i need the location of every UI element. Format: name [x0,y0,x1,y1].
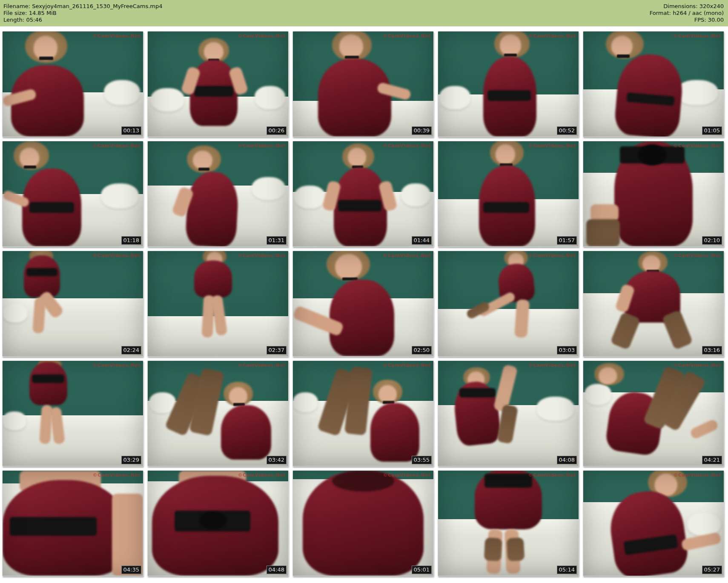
dimensions-line: Dimensions: 320x240 [650,3,724,10]
choker-shape [617,54,630,57]
dress-shape [185,171,240,247]
video-thumbnail: ©CamVideos.Net00:52 [438,31,579,137]
timestamp-badge: 01:44 [412,236,432,245]
video-thumbnail: ©CamVideos.Net03:55 [292,360,434,466]
video-thumbnail: ©CamVideos.Net03:42 [147,360,289,466]
video-thumbnail: ©CamVideos.Net01:18 [2,141,143,247]
filename-label: Filename: [3,3,30,9]
video-thumbnail: ©CamVideos.Net01:31 [147,141,289,247]
timestamp-badge: 02:50 [412,346,432,354]
watermark-text: ©CamVideos.Net [238,143,286,149]
video-thumbnail: ©CamVideos.Net02:37 [147,251,289,357]
length-value: 05:46 [26,17,42,23]
sash-shape [29,202,75,213]
timestamp-badge: 03:03 [557,346,577,354]
stocking-shape [586,219,620,246]
watermark-text: ©CamVideos.Net [383,363,431,368]
timestamp-badge: 02:24 [121,346,141,354]
video-thumbnail: ©CamVideos.Net00:13 [2,31,143,137]
bowknot-shape [638,144,666,165]
dress-shape [330,280,394,356]
timestamp-badge: 03:55 [412,456,432,464]
watermark-text: ©CamVideos.Net [528,33,576,39]
sash-shape [26,268,57,277]
watermark-text: ©CamVideos.Net [238,33,286,39]
sash-shape [484,474,532,487]
video-thumbnail: ©CamVideos.Net03:03 [438,251,579,357]
watermark-text: ©CamVideos.Net [92,472,140,478]
timestamp-badge: 04:48 [267,566,287,574]
video-thumbnail: ©CamVideos.Net01:44 [292,141,434,247]
choker-shape [504,54,517,57]
watermark-text: ©CamVideos.Net [673,143,721,149]
video-thumbnail: ©CamVideos.Net00:26 [147,31,289,137]
timestamp-badge: 01:57 [557,236,577,245]
pillow-shape [252,177,285,200]
pillow-shape [676,80,718,105]
pillow-shape [401,183,430,206]
watermark-text: ©CamVideos.Net [383,33,431,39]
header-left-block: Filename: Sexyjoy4man_261116_1530_MyFree… [3,3,162,23]
bowknot-shape [200,512,226,529]
filename-value: Sexyjoy4man_261116_1530_MyFreeCams.mp4 [32,3,162,9]
timestamp-badge: 03:29 [121,456,141,464]
watermark-text: ©CamVideos.Net [383,143,431,149]
info-header: Filename: Sexyjoy4man_261116_1530_MyFree… [0,0,728,26]
format-label: Format: [650,10,671,16]
watermark-text: ©CamVideos.Net [92,363,140,368]
timestamp-badge: 02:37 [267,346,287,354]
choker-shape [24,166,37,169]
arm-shape [112,494,143,576]
dress-shape [370,403,420,462]
timestamp-badge: 01:18 [121,236,141,245]
watermark-text: ©CamVideos.Net [238,472,286,478]
leg-shape [514,299,529,338]
pillow-shape [293,392,318,412]
sash-shape [459,388,496,397]
header-right-block: Dimensions: 320x240 Format: h264 / aac (… [650,3,724,23]
leg-shape [590,204,619,221]
watermark-text: ©CamVideos.Net [673,33,721,39]
video-thumbnail: ©CamVideos.Net03:16 [583,251,724,357]
format-value: h264 / aac (mono) [673,10,724,16]
format-line: Format: h264 / aac (mono) [650,10,724,17]
pillow-shape [294,186,325,209]
watermark-text: ©CamVideos.Net [528,472,576,478]
watermark-text: ©CamVideos.Net [383,253,431,258]
video-thumbnail: ©CamVideos.Net05:01 [292,470,434,576]
video-thumbnail: ©CamVideos.Net04:08 [438,360,579,466]
head-shape [348,148,366,166]
timestamp-badge: 04:35 [121,566,141,574]
filesize-line: File size: 14.85 MiB [3,10,162,17]
timestamp-badge: 00:52 [557,126,577,135]
dimensions-value: 320x240 [699,3,724,9]
head-shape [204,42,224,61]
stocking-shape [506,537,524,561]
video-thumbnail: ©CamVideos.Net00:39 [292,31,434,137]
timestamp-badge: 03:16 [702,346,722,354]
video-thumbnail: ©CamVideos.Net02:50 [292,251,434,357]
timestamp-badge: 05:14 [557,566,577,574]
video-thumbnail: ©CamVideos.Net03:29 [2,360,143,466]
watermark-text: ©CamVideos.Net [528,143,576,149]
pillow-shape [585,384,611,405]
head-shape [378,385,397,403]
timestamp-badge: 00:39 [412,126,432,135]
watermark-text: ©CamVideos.Net [238,253,286,258]
head-shape [642,255,661,272]
video-thumbnail: ©CamVideos.Net04:35 [2,470,143,576]
timestamp-badge: 02:10 [702,236,722,245]
sash-shape [487,90,531,101]
length-label: Length: [3,17,24,23]
watermark-text: ©CamVideos.Net [528,363,576,368]
video-thumbnail: ©CamVideos.Net04:21 [583,360,724,466]
dress-shape [29,362,67,405]
watermark-text: ©CamVideos.Net [383,472,431,478]
choker-shape [198,168,209,171]
video-thumbnail: ©CamVideos.Net02:24 [2,251,143,357]
contact-sheet: Filename: Sexyjoy4man_261116_1530_MyFree… [0,0,728,583]
fps-line: FPS: 30.00 [650,17,724,23]
thumbnail-grid: ©CamVideos.Net00:13©CamVideos.Net00:26©C… [0,26,728,583]
dress-shape [606,487,690,576]
filesize-value: 14.85 MiB [29,10,57,16]
